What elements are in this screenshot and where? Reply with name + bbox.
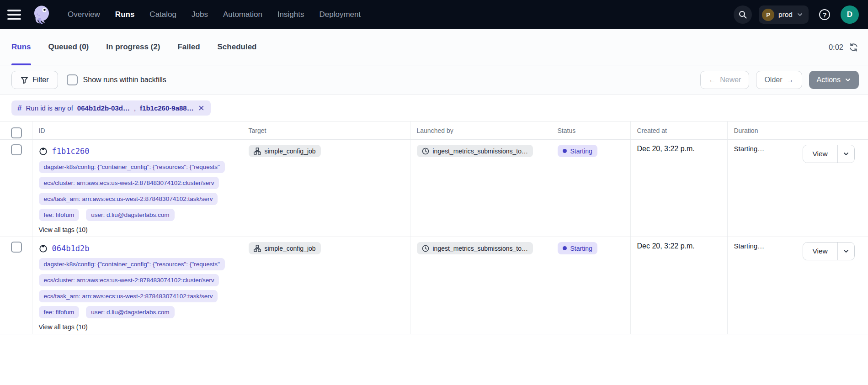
nav-item-insights[interactable]: Insights (277, 10, 304, 19)
table-header-row: ID Target Launched by Status Created at … (0, 121, 868, 140)
topbar-nav: OverviewRunsCatalogJobsAutomationInsight… (68, 10, 361, 19)
select-all-checkbox[interactable] (11, 127, 22, 138)
active-filters-row: # Run id is any of 064b1d2b-03d… , f1b1c… (0, 95, 868, 121)
run-starting-spinner-icon (39, 147, 48, 156)
newer-button[interactable]: ← Newer (700, 71, 749, 89)
run-tag[interactable]: dagster-k8s/config: {"container_config":… (39, 161, 225, 173)
filter-chip-prefix: Run id is any of (26, 104, 73, 112)
run-table-row: 064b1d2b dagster-k8s/config: {"container… (0, 237, 868, 334)
column-header-actions (796, 121, 868, 140)
runs-table: ID Target Launched by Status Created at … (0, 121, 868, 334)
run-tag[interactable]: dagster-k8s/config: {"container_config":… (39, 258, 225, 270)
status-dot-icon (563, 149, 567, 153)
svg-text:?: ? (822, 11, 826, 19)
filter-chip-run-id-2: f1b1c260-9a88… (140, 104, 194, 112)
nav-item-catalog[interactable]: Catalog (149, 10, 176, 19)
actions-button-label: Actions (817, 76, 841, 84)
older-button[interactable]: Older → (756, 71, 802, 89)
remove-filter-icon[interactable] (198, 105, 205, 111)
tab-queued-0[interactable]: Queued (0) (48, 29, 89, 65)
tab-in-progress-2[interactable]: In progress (2) (106, 29, 160, 65)
chevron-down-icon (843, 248, 849, 254)
clock-icon (422, 148, 429, 155)
topbar-right: P prod ? D (734, 5, 859, 24)
runs-tabs: RunsQueued (0)In progress (2)FailedSched… (11, 29, 256, 65)
clock-icon (422, 245, 429, 252)
topbar: OverviewRunsCatalogJobsAutomationInsight… (0, 0, 868, 29)
actions-button[interactable]: Actions (809, 71, 859, 89)
chevron-down-icon (845, 77, 851, 83)
nav-item-deployment[interactable]: Deployment (319, 10, 361, 19)
run-tag[interactable]: user: d.liu@dagsterlabs.com (86, 209, 174, 221)
launched-by-pill[interactable]: ingest_metrics_submissions_to… (417, 242, 533, 254)
dagster-logo-icon[interactable] (31, 4, 52, 25)
refresh-icon[interactable] (849, 42, 859, 52)
column-header-duration: Duration (727, 121, 796, 140)
refresh-countdown: 0:02 (829, 43, 843, 52)
run-tag[interactable]: fee: fifofum (39, 209, 80, 221)
tab-runs[interactable]: Runs (11, 29, 31, 65)
launched-by-pill[interactable]: ingest_metrics_submissions_to… (417, 145, 533, 157)
view-run-button[interactable]: View (803, 145, 838, 163)
run-id-link[interactable]: 064b1d2b (52, 244, 90, 253)
run-table-row: f1b1c260 dagster-k8s/config: {"container… (0, 140, 868, 237)
run-tag[interactable]: ecs/task_arn: arn:aws:ecs:us-west-2:8784… (39, 290, 218, 302)
funnel-icon (21, 76, 28, 84)
run-tag[interactable]: ecs/cluster: arn:aws:ecs:us-west-2:87848… (39, 274, 219, 286)
view-menu-button[interactable] (838, 243, 854, 260)
row-checkbox[interactable] (11, 144, 22, 155)
nav-item-runs[interactable]: Runs (115, 10, 135, 19)
target-job-pill[interactable]: simple_config_job (249, 145, 321, 157)
status-badge[interactable]: Starting (558, 145, 597, 157)
run-tag[interactable]: ecs/cluster: arn:aws:ecs:us-west-2:87848… (39, 177, 219, 189)
hamburger-menu-icon[interactable] (7, 10, 21, 20)
workspace-switcher[interactable]: P prod (759, 5, 809, 24)
search-button[interactable] (734, 5, 752, 24)
older-button-label: Older (764, 76, 782, 84)
column-header-status: Status (551, 121, 630, 140)
row-checkbox[interactable] (11, 242, 22, 253)
view-split-button: View (803, 242, 855, 260)
run-id-link[interactable]: f1b1c260 (52, 147, 90, 156)
newer-button-label: Newer (720, 76, 741, 84)
created-at-value: Dec 20, 3:22 p.m. (637, 145, 695, 153)
filter-button[interactable]: Filter (11, 71, 58, 89)
view-split-button: View (803, 145, 855, 163)
view-all-tags-link[interactable]: View all tags (10) (39, 323, 88, 331)
target-job-name: simple_config_job (265, 148, 316, 155)
column-header-id: ID (32, 121, 242, 140)
chevron-down-icon (843, 151, 849, 157)
runs-tabs-bar: RunsQueued (0)In progress (2)FailedSched… (0, 29, 868, 65)
run-tag[interactable]: user: d.liu@dagsterlabs.com (86, 306, 174, 318)
tab-scheduled[interactable]: Scheduled (218, 29, 257, 65)
search-icon (738, 10, 747, 19)
status-label: Starting (570, 245, 592, 252)
run-id-filter-chip[interactable]: # Run id is any of 064b1d2b-03d… , f1b1c… (11, 100, 211, 116)
nav-item-jobs[interactable]: Jobs (192, 10, 208, 19)
duration-value: Starting… (734, 145, 765, 153)
show-backfills-checkbox[interactable] (67, 74, 78, 85)
launched-by-name: ingest_metrics_submissions_to… (433, 148, 528, 155)
view-menu-button[interactable] (838, 145, 854, 163)
run-starting-spinner-icon (39, 244, 48, 253)
view-all-tags-link[interactable]: View all tags (10) (39, 226, 88, 233)
workspace-name: prod (778, 11, 793, 19)
status-badge[interactable]: Starting (558, 242, 597, 254)
target-job-pill[interactable]: simple_config_job (249, 242, 321, 254)
status-dot-icon (563, 246, 567, 250)
run-tag[interactable]: ecs/task_arn: arn:aws:ecs:us-west-2:8784… (39, 193, 218, 205)
launched-by-name: ingest_metrics_submissions_to… (433, 245, 528, 252)
nav-item-automation[interactable]: Automation (223, 10, 262, 19)
user-avatar[interactable]: D (841, 5, 859, 24)
help-button[interactable]: ? (815, 5, 834, 24)
column-header-target: Target (242, 121, 410, 140)
hash-icon: # (17, 104, 21, 113)
nav-item-overview[interactable]: Overview (68, 10, 100, 19)
column-header-created-at: Created at (630, 121, 727, 140)
show-backfills-label: Show runs within backfills (83, 76, 166, 84)
view-run-button[interactable]: View (803, 243, 838, 260)
tab-failed[interactable]: Failed (177, 29, 200, 65)
job-icon (254, 148, 261, 155)
run-tag[interactable]: fee: fifofum (39, 306, 80, 318)
job-icon (254, 245, 261, 252)
